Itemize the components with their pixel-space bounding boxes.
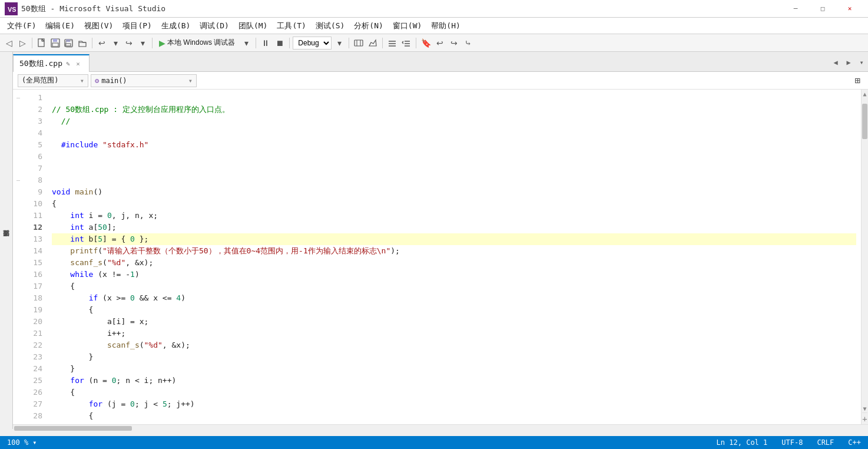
step-more-button[interactable]: ⤷ bbox=[462, 37, 475, 49]
new-file-button[interactable] bbox=[35, 37, 48, 49]
undo-button[interactable]: ↩ bbox=[95, 37, 108, 49]
scope-func-arrow: ▾ bbox=[188, 77, 193, 85]
code-line-18: { bbox=[52, 305, 93, 314]
code-editor[interactable]: // 50数组.cpp : 定义控制台应用程序的入口点。 // #include… bbox=[47, 90, 861, 424]
menu-help[interactable]: 帮助(H) bbox=[426, 18, 465, 34]
menu-debug[interactable]: 调试(D) bbox=[195, 18, 233, 34]
toolbar-sep-3 bbox=[152, 38, 153, 48]
debug-config-select[interactable]: Debug bbox=[293, 37, 332, 49]
line-num-4: 4 bbox=[24, 127, 42, 139]
toolbar-file-group bbox=[35, 37, 89, 49]
code-line-15: while (x != -1) bbox=[52, 270, 140, 279]
step-back-button[interactable]: ↩ bbox=[433, 37, 446, 49]
minimize-button[interactable]: ─ bbox=[782, 0, 809, 18]
debug-dropdown[interactable]: ▾ bbox=[333, 37, 346, 49]
gutter-4 bbox=[13, 127, 24, 139]
scroll-down-button[interactable]: ▼ bbox=[863, 404, 866, 412]
step-fwd-button[interactable]: ↪ bbox=[448, 37, 460, 49]
line-num-10: 10 bbox=[24, 198, 42, 210]
svg-line-22 bbox=[402, 41, 403, 42]
forward-button[interactable]: ▷ bbox=[16, 37, 29, 49]
code-line-28: if (a[n] == j) bbox=[52, 423, 172, 424]
maximize-button[interactable]: □ bbox=[809, 0, 836, 18]
zoom-label: 100 % bbox=[7, 438, 28, 447]
gutter-17 bbox=[13, 280, 24, 292]
scroll-up-button[interactable]: ▲ bbox=[863, 90, 866, 98]
run-button[interactable]: ▶ 本地 Windows 调试器 bbox=[155, 37, 238, 49]
gutter-29 bbox=[13, 422, 24, 424]
menu-analyze[interactable]: 分析(N) bbox=[349, 18, 387, 34]
scope-global-dropdown[interactable]: (全局范围) ▾ bbox=[18, 74, 88, 87]
tab-scroll-left[interactable]: ◀ bbox=[829, 54, 842, 71]
activity-resource-explorer[interactable]: 资源管理器 bbox=[1, 239, 12, 244]
menu-build[interactable]: 生成(B) bbox=[157, 18, 195, 34]
save-button[interactable] bbox=[49, 37, 62, 49]
gutter-13 bbox=[13, 233, 24, 245]
status-caret[interactable]: Ln 12, Col 1 bbox=[714, 438, 770, 447]
stop-button[interactable]: ⏹ bbox=[273, 37, 286, 49]
svg-text:VS: VS bbox=[8, 6, 16, 13]
status-eol[interactable]: CRLF bbox=[814, 438, 836, 447]
perf-button[interactable] bbox=[366, 37, 379, 49]
menu-window[interactable]: 窗口(W) bbox=[388, 18, 426, 34]
scroll-track[interactable] bbox=[862, 98, 868, 404]
line-num-7: 7 bbox=[24, 163, 42, 174]
line-num-17: 17 bbox=[24, 280, 42, 292]
menu-file[interactable]: 文件(F) bbox=[2, 18, 41, 34]
horizontal-scrollbar[interactable] bbox=[13, 424, 868, 431]
align-button[interactable] bbox=[400, 37, 413, 49]
add-row-button[interactable]: + bbox=[862, 412, 867, 424]
redo-dropdown[interactable]: ▾ bbox=[136, 37, 149, 49]
diagnostics-button[interactable] bbox=[352, 37, 365, 49]
tab-close-button[interactable]: × bbox=[74, 59, 83, 68]
split-editor-button[interactable]: ⊞ bbox=[852, 75, 863, 87]
gutter-14 bbox=[13, 245, 24, 257]
code-line-22: } bbox=[52, 352, 93, 361]
status-language[interactable]: C++ bbox=[846, 438, 863, 447]
scroll-thumb[interactable] bbox=[862, 104, 867, 139]
line-num-24: 24 bbox=[24, 363, 42, 375]
code-line-4: #include "stdafx.h" bbox=[52, 140, 148, 149]
save-all-button[interactable] bbox=[62, 37, 75, 49]
close-button[interactable]: ✕ bbox=[836, 0, 863, 18]
menu-tools[interactable]: 工具(T) bbox=[272, 18, 310, 34]
tab-50shuzucpp[interactable]: 50数组.cpp ✎ × bbox=[13, 54, 90, 72]
main-layout: 50数组.cpp ✎ × ◀ ▶ ▾ (全局范围) ▾ ⚙ main() ▾ ⊞… bbox=[13, 52, 868, 431]
tab-scroll-right[interactable]: ▶ bbox=[842, 54, 855, 71]
menu-team[interactable]: 团队(M) bbox=[234, 18, 272, 34]
h-scroll-thumb[interactable] bbox=[14, 426, 132, 431]
redo-button[interactable]: ↪ bbox=[122, 37, 135, 49]
menu-test[interactable]: 测试(S) bbox=[311, 18, 349, 34]
status-zoom[interactable]: 100 % ▾ bbox=[5, 438, 39, 447]
line-num-26: 26 bbox=[24, 387, 42, 398]
code-line-10: int i = 0, j, n, x; bbox=[52, 211, 158, 220]
tab-dropdown[interactable]: ▾ bbox=[855, 54, 868, 71]
code-line-13: printf("请输入若干整数（个数小于50），其值在0~4范围内，用-1作为输… bbox=[52, 246, 400, 255]
toolbar-undoredo-group: ↩ ▾ ↪ ▾ bbox=[95, 37, 149, 49]
status-encoding[interactable]: UTF-8 bbox=[779, 438, 805, 447]
activity-bar: 资源管理器 类视图 调用层次结构 工具箱 bbox=[0, 52, 13, 429]
indent-button[interactable] bbox=[386, 37, 399, 49]
vertical-scrollbar[interactable]: ▲ ▼ + bbox=[861, 90, 868, 424]
line-num-5: 5 bbox=[24, 139, 42, 151]
fold-icon-1[interactable]: – bbox=[16, 92, 20, 104]
svg-line-23 bbox=[402, 42, 403, 44]
line-num-6: 6 bbox=[24, 151, 42, 163]
fold-icon-8[interactable]: – bbox=[16, 174, 20, 186]
tab-right-controls: ◀ ▶ ▾ bbox=[829, 51, 868, 71]
undo-dropdown[interactable]: ▾ bbox=[109, 37, 122, 49]
bookmark-button[interactable]: 🔖 bbox=[419, 37, 432, 49]
code-line-8: void main() bbox=[52, 187, 102, 196]
menu-project[interactable]: 项目(P) bbox=[118, 18, 156, 34]
line-num-23: 23 bbox=[24, 351, 42, 363]
menu-view[interactable]: 视图(V) bbox=[79, 18, 118, 34]
scope-function-dropdown[interactable]: ⚙ main() ▾ bbox=[91, 74, 197, 87]
back-button[interactable]: ◁ bbox=[2, 37, 15, 49]
gutter-2 bbox=[13, 104, 24, 115]
pause-button[interactable]: ⏸ bbox=[259, 37, 272, 49]
menu-edit[interactable]: 编辑(E) bbox=[41, 18, 79, 34]
open-file-button[interactable] bbox=[76, 37, 89, 49]
run-dropdown[interactable]: ▾ bbox=[240, 37, 253, 49]
gutter-23 bbox=[13, 351, 24, 363]
toolbar-sep-6 bbox=[349, 38, 349, 48]
